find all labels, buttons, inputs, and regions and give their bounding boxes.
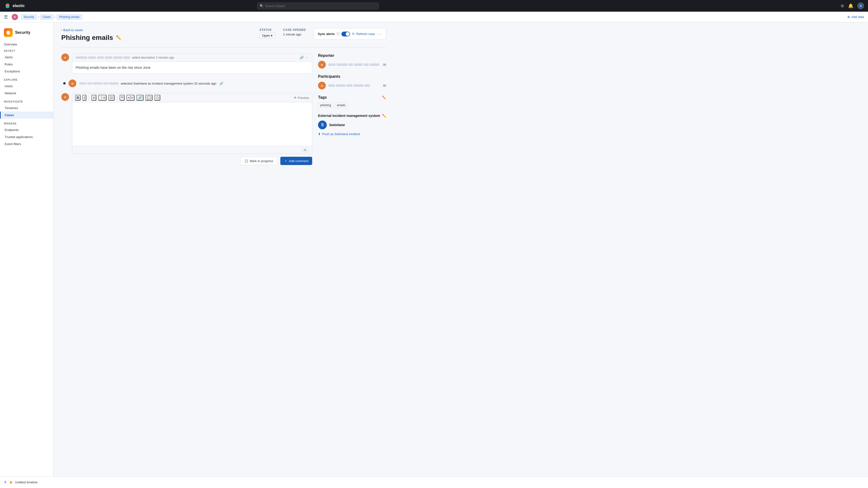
add-data-button[interactable]: ⊕ Add data <box>847 15 864 19</box>
sidebar-section-explore: Explore Hosts Network <box>0 77 53 97</box>
edit-ext-system-icon[interactable]: ✏️ <box>382 114 386 118</box>
sidebar-item-hosts[interactable]: Hosts <box>0 83 53 90</box>
notifications-icon[interactable]: 🔔 <box>848 3 854 8</box>
participant-email-icon[interactable]: ✉ <box>383 84 386 88</box>
status-dropdown[interactable]: Open ▾ <box>259 33 275 39</box>
sync-toggle[interactable] <box>341 32 350 36</box>
comment-author-avatar: n <box>61 93 69 101</box>
sidebar-item-trusted-apps[interactable]: Trusted applications <box>0 133 53 140</box>
participant-name-5 <box>365 84 370 87</box>
sidebar-item-network[interactable]: Network <box>0 90 53 97</box>
mark-in-progress-button[interactable]: 📋 Mark in progress <box>240 157 277 165</box>
t-block-5 <box>109 83 119 85</box>
sync-help-icon[interactable]: ⓘ <box>337 32 339 36</box>
participant-name-4 <box>353 84 364 87</box>
sidebar-section-manage: Manage Endpoints Trusted applications Ev… <box>0 121 53 148</box>
tags-list: phishing emails <box>318 103 386 108</box>
bold-button[interactable]: B <box>75 95 81 101</box>
elastic-logo[interactable]: elastic <box>4 2 25 9</box>
participant-name-bar <box>328 84 370 87</box>
reporter-section: Reporter n ✉ <box>318 54 386 68</box>
layout: Security Overview Detect Alerts Rules Ex… <box>0 22 868 488</box>
comment-input[interactable] <box>72 102 312 146</box>
swimlane-event-content: selected Swimlane as incident management… <box>79 82 312 85</box>
timeline-label[interactable]: Untitled timeline <box>15 481 38 484</box>
reporter-email-icon[interactable]: ✉ <box>383 62 386 67</box>
unordered-list-button[interactable]: ≡ <box>91 95 96 101</box>
edit-title-icon[interactable]: ✏️ <box>116 35 121 40</box>
t-block-1 <box>79 83 87 85</box>
editor-area: B I ≡ ⋮≡ ☑ ❝ </> 🔗 💬 <box>72 93 312 154</box>
participant-avatar: n <box>318 82 326 90</box>
quote-button[interactable]: ❝ <box>120 95 124 101</box>
push-swimlane-button[interactable]: ⬆ Push as Swimlane incident <box>318 132 386 136</box>
main-content: ‹ Back to cases Phishing emails ✏️ Statu… <box>54 22 868 488</box>
breadcrumb-sep-2: › <box>55 15 56 19</box>
description-card-header: added description 2 minutes ago 🔗 ··· <box>72 54 312 62</box>
sidebar-item-cases[interactable]: Cases <box>0 111 53 119</box>
refresh-case-button[interactable]: ↻ Refresh case <box>352 32 375 36</box>
link-icon[interactable]: 🔗 <box>300 56 304 60</box>
user-name-block-3 <box>97 56 104 59</box>
menu-toggle[interactable]: ☰ <box>4 14 8 20</box>
sidebar-item-endpoints[interactable]: Endpoints <box>0 126 53 133</box>
comment-button[interactable]: 💬 <box>145 95 152 101</box>
search-container: 🔍 <box>257 2 379 9</box>
editor-footer: M↓ <box>72 146 312 154</box>
breadcrumb-security[interactable]: Security <box>21 14 37 20</box>
markdown-badge: M↓ <box>302 148 309 152</box>
sidebar-item-overview[interactable]: Overview <box>0 41 53 48</box>
link-button[interactable]: 🔗 <box>136 95 144 101</box>
sidebar-item-timelines[interactable]: Timelines <box>0 104 53 111</box>
diagram-button[interactable]: ⬡ <box>154 95 160 101</box>
italic-button[interactable]: I <box>83 95 86 101</box>
chevron-down-icon: ▾ <box>271 34 273 37</box>
user-avatar[interactable]: n <box>857 2 864 9</box>
reporter-name-2 <box>337 63 347 66</box>
sidebar-item-rules[interactable]: Rules <box>0 61 53 68</box>
help-icon[interactable]: ⊕ <box>840 3 844 8</box>
ordered-list-button[interactable]: ⋮≡ <box>98 95 106 101</box>
reporter-name-5 <box>364 63 369 66</box>
preview-button[interactable]: 👁 Preview <box>294 96 309 100</box>
breadcrumb-cases[interactable]: Cases <box>40 14 54 20</box>
search-input[interactable] <box>257 2 379 9</box>
add-timeline-button[interactable]: + <box>4 480 7 485</box>
add-comment-button[interactable]: ＋ Add comment <box>280 157 312 165</box>
eye-icon: 👁 <box>294 96 297 100</box>
participant-user: n ✉ <box>318 82 386 90</box>
case-meta: Status Open ▾ Case opened 1 minute ago <box>259 28 306 39</box>
back-to-cases-link[interactable]: ‹ Back to cases <box>61 28 252 32</box>
comment-editor: n B I ≡ ⋮≡ ☑ ❝ </> <box>61 93 312 154</box>
checklist-button[interactable]: ☑ <box>108 95 115 101</box>
case-main: n <box>61 54 312 165</box>
elastic-wordmark: elastic <box>13 4 25 8</box>
more-options-button[interactable]: ··· <box>377 31 382 36</box>
edit-tags-icon[interactable]: ✏️ <box>382 96 386 99</box>
status-block: Status Open ▾ <box>259 28 275 39</box>
sidebar-item-alerts[interactable]: Alerts <box>0 54 53 61</box>
reporter-name-bar <box>328 63 379 66</box>
sidebar-logo: Security <box>0 26 53 41</box>
participant-name-3 <box>346 84 352 87</box>
swimlane-event-link[interactable]: 🔗 <box>219 82 223 85</box>
toggle-knob <box>346 32 350 36</box>
sidebar-item-event-filters[interactable]: Event filters <box>0 140 53 148</box>
sidebar-item-exceptions[interactable]: Exceptions <box>0 68 53 75</box>
description-more-button[interactable]: ··· <box>306 56 309 60</box>
swimlane-name: Swimlane <box>329 123 345 127</box>
push-icon: ⬆ <box>318 132 321 136</box>
reporter-avatar: n <box>318 61 326 68</box>
breadcrumb-phishing[interactable]: Phishing emails <box>56 14 82 20</box>
timeline-status-dot <box>10 481 12 484</box>
top-navigation: elastic 🔍 ⊕ 🔔 n <box>0 0 868 12</box>
code-button[interactable]: </> <box>126 95 134 101</box>
sidebar-section-header-investigate: Investigate <box>0 99 53 104</box>
description-user-bar <box>75 56 130 59</box>
chevron-left-icon: ‹ <box>61 28 62 32</box>
reporter-name-3 <box>348 63 353 66</box>
tags-title: Tags ✏️ <box>318 95 386 100</box>
topnav-right: ⊕ 🔔 n <box>840 2 864 9</box>
bottom-bar: + Untitled timeline <box>0 476 868 488</box>
user-name-block-2 <box>88 56 96 59</box>
